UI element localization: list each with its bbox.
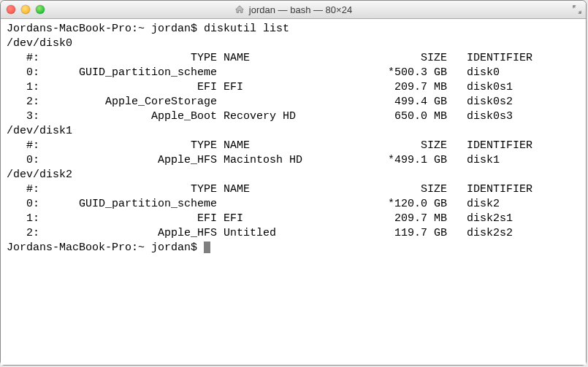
minimize-button[interactable] (21, 5, 30, 14)
fullscreen-icon[interactable] (571, 4, 583, 15)
terminal-content[interactable]: Jordans-MacBook-Pro:~ jordan$ diskutil l… (1, 19, 586, 365)
terminal-cursor (204, 242, 210, 253)
window-title: jordan — bash — 80×24 (249, 4, 352, 15)
terminal-output: Jordans-MacBook-Pro:~ jordan$ diskutil l… (7, 22, 580, 241)
close-button[interactable] (7, 5, 15, 14)
window-title-wrap: jordan — bash — 80×24 (1, 4, 586, 15)
traffic-lights (7, 5, 45, 14)
terminal-window: jordan — bash — 80×24 Jordans-MacBook-Pr… (0, 0, 587, 366)
window-titlebar[interactable]: jordan — bash — 80×24 (1, 1, 586, 19)
home-icon (234, 4, 245, 15)
zoom-button[interactable] (36, 5, 45, 14)
terminal-prompt[interactable]: Jordans-MacBook-Pro:~ jordan$ (7, 242, 204, 254)
